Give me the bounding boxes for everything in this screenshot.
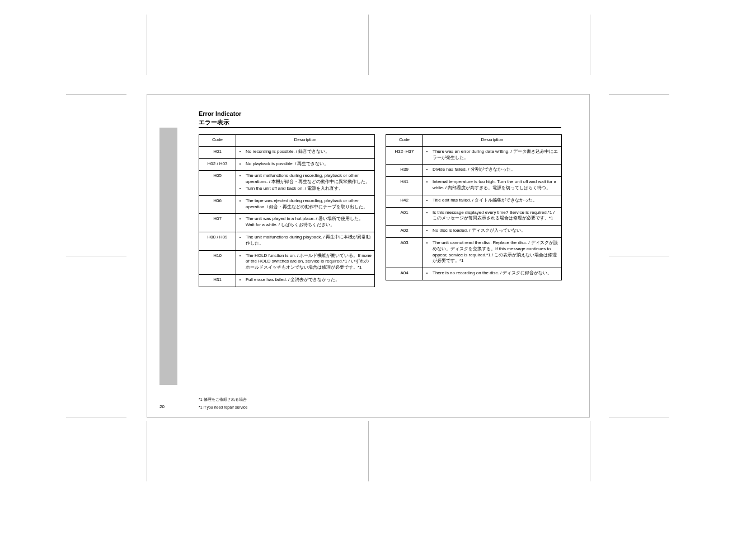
error-code: H06 — [199, 195, 236, 214]
table-row: H02 / H03No playback is possible. / 再生でき… — [199, 158, 375, 171]
title-rule — [199, 127, 561, 128]
error-desc: No disc is loaded. / ディスクが入っていない。 — [423, 226, 562, 238]
crop-mark — [66, 256, 126, 256]
table-row: H10The HOLD function is on. / ホールド機能が働いて… — [199, 250, 375, 274]
error-desc: Full erase has failed. / 全消去ができなかった。 — [236, 274, 375, 287]
footnote-en: *1 If you need repair service — [199, 405, 247, 409]
table-header-desc: Description — [423, 135, 562, 147]
page-frame: Error Indicator エラー表示 Code Description H… — [147, 94, 590, 418]
crop-mark — [609, 94, 669, 95]
table-row: H01No recording is possible. / 録音できない。 — [199, 146, 375, 158]
error-code: H39 — [386, 165, 423, 177]
error-code: A01 — [386, 207, 423, 226]
error-code: H32–H37 — [386, 146, 423, 165]
error-desc: The HOLD function is on. / ホールド機能が働いている。… — [236, 250, 375, 274]
table-row: A01Is this message displayed every time?… — [386, 207, 562, 226]
crop-mark — [368, 15, 369, 75]
crop-mark — [609, 256, 669, 256]
table-row: H41Internal temperature is too high. Tur… — [386, 177, 562, 195]
error-desc: Divide has failed. / 分割ができなかった。 — [423, 165, 562, 177]
error-desc: There is no recording on the disc. / ディス… — [423, 268, 562, 280]
table-row: H32–H37There was an error during data wr… — [386, 146, 562, 165]
error-table-right: Code Description H32–H37There was an err… — [386, 134, 562, 280]
error-code: H08 / H09 — [199, 232, 236, 250]
crop-mark — [147, 15, 147, 75]
error-code: H01 — [199, 146, 236, 158]
crop-mark — [66, 94, 126, 95]
error-code: H07 — [199, 214, 236, 232]
error-code: H42 — [386, 195, 423, 207]
table-row: H08 / H09The unit malfunctions during pl… — [199, 232, 375, 250]
error-desc: No recording is possible. / 録音できない。 — [236, 146, 375, 158]
crop-mark — [590, 421, 590, 481]
table-row: H06The tape was ejected during recording… — [199, 195, 375, 214]
error-desc: The unit malfunctions during playback. /… — [236, 232, 375, 250]
error-code: H31 — [199, 274, 236, 287]
table-row: A04There is no recording on the disc. / … — [386, 268, 562, 280]
error-code: A03 — [386, 237, 423, 268]
error-desc: Title edit has failed. / タイトル編集ができなかった。 — [423, 195, 562, 207]
error-desc: The unit cannot read the disc. Replace t… — [423, 237, 562, 268]
table-row: A03The unit cannot read the disc. Replac… — [386, 237, 562, 268]
crop-mark — [147, 421, 147, 481]
error-code: A02 — [386, 226, 423, 238]
page-number: 20 — [159, 404, 165, 409]
error-code: H10 — [199, 250, 236, 274]
table-row: H42Title edit has failed. / タイトル編集ができなかっ… — [386, 195, 562, 207]
section-tab — [159, 128, 177, 385]
page-title-en: Error Indicator — [199, 110, 241, 117]
table-header-row: Code Description — [199, 135, 375, 147]
table-row: H39Divide has failed. / 分割ができなかった。 — [386, 165, 562, 177]
error-code: H05 — [199, 171, 236, 195]
crop-mark — [609, 418, 669, 418]
error-desc: Is this message displayed every time? Se… — [423, 207, 562, 226]
error-desc: Internal temperature is too high. Turn t… — [423, 177, 562, 195]
table-row: H05The unit malfunctions during recordin… — [199, 171, 375, 195]
crop-mark — [590, 15, 590, 75]
error-code: H02 / H03 — [199, 158, 236, 171]
table-header-code: Code — [199, 135, 236, 147]
crop-mark — [368, 421, 369, 481]
table-header-row: Code Description — [386, 135, 562, 147]
table-header-code: Code — [386, 135, 423, 147]
error-desc: There was an error during data writing. … — [423, 146, 562, 165]
table-row: H31Full erase has failed. / 全消去ができなかった。 — [199, 274, 375, 287]
error-desc: The unit malfunctions during recording, … — [236, 171, 375, 195]
error-code: A04 — [386, 268, 423, 280]
crop-mark — [66, 418, 126, 418]
footnote-jp: *1 修理をご依頼される場合 — [199, 397, 247, 402]
page-title-jp: エラー表示 — [199, 118, 229, 127]
table-row: H07The unit was played in a hot place. /… — [199, 214, 375, 232]
table-header-desc: Description — [236, 135, 375, 147]
error-desc: No playback is possible. / 再生できない。 — [236, 158, 375, 171]
error-desc: The unit was played in a hot place. / 暑い… — [236, 214, 375, 232]
error-code: H41 — [386, 177, 423, 195]
error-table-left: Code Description H01No recording is poss… — [199, 134, 375, 287]
table-row: A02No disc is loaded. / ディスクが入っていない。 — [386, 226, 562, 238]
error-desc: The tape was ejected during recording, p… — [236, 195, 375, 214]
